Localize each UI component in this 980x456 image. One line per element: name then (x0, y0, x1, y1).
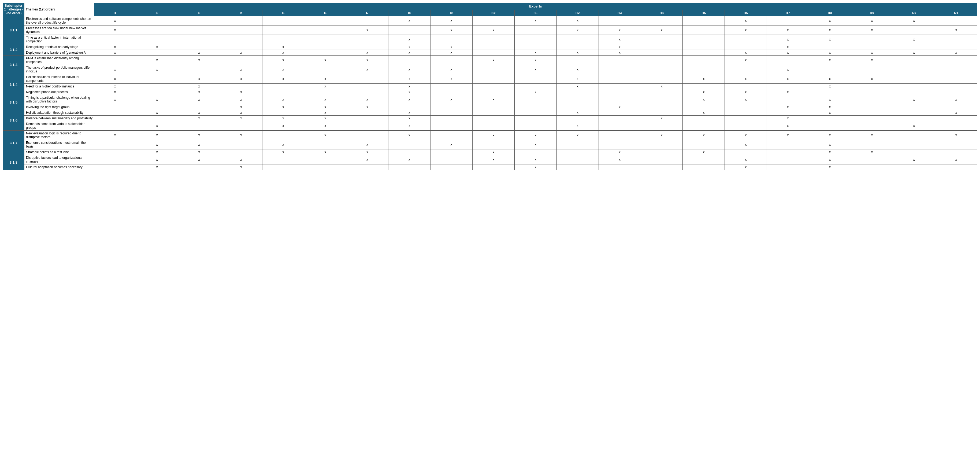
expert-cell: x (346, 155, 388, 164)
expert-cell (598, 140, 641, 150)
expert-cell: x (473, 56, 515, 65)
expert-cell (473, 35, 515, 44)
expert-cell (388, 104, 431, 110)
expert-cell: x (94, 84, 136, 89)
x-mark: x (409, 51, 410, 54)
theme-cell: The tasks of product portfolio managers … (24, 65, 94, 74)
expert-cell: x (557, 16, 598, 26)
expert-cell (641, 35, 683, 44)
x-mark: x (240, 133, 242, 137)
table-row: 3.1.4Holistic solutions instead of indiv… (3, 74, 977, 84)
x-mark: x (198, 58, 200, 62)
subchapter-cell-3-1-8: 3.1.8 (3, 155, 24, 170)
expert-cell (767, 155, 809, 164)
expert-cell (935, 116, 977, 121)
expert-cell (683, 16, 725, 26)
expert-cell (178, 26, 220, 35)
expert-cell: x (767, 65, 809, 74)
x-mark: x (156, 150, 158, 154)
x-mark: x (493, 98, 494, 101)
theme-cell: Recognizing trends at an early stage (24, 44, 94, 50)
expert-cell (473, 89, 515, 95)
expert-cell: x (598, 26, 641, 35)
expert-cell: x (431, 140, 473, 150)
expert-cell (514, 116, 557, 121)
expert-cell (262, 131, 304, 140)
expert-cell: x (388, 35, 431, 44)
expert-cell: x (220, 50, 262, 56)
x-mark: x (829, 28, 831, 32)
x-mark: x (156, 158, 158, 161)
x-mark: x (450, 45, 452, 49)
expert-cell (557, 155, 598, 164)
expert-cell (557, 104, 598, 110)
expert-cell: x (893, 121, 935, 131)
expert-cell (641, 110, 683, 116)
expert-cell: x (557, 110, 598, 116)
header-subchapter: Subchapter (challenges - 2nd order) (3, 3, 24, 16)
x-mark: x (409, 19, 410, 22)
expert-cell: x (304, 95, 346, 104)
expert-cell: x (388, 50, 431, 56)
expert-cell (557, 95, 598, 104)
expert-cell (220, 121, 262, 131)
expert-cell (851, 121, 893, 131)
expert-cell (935, 164, 977, 170)
x-mark: x (366, 68, 368, 71)
header-expert-i21: I21 (935, 10, 977, 16)
expert-cell (346, 116, 388, 121)
x-mark: x (829, 111, 831, 115)
x-mark: x (409, 68, 410, 71)
x-mark: x (745, 77, 746, 81)
x-mark: x (535, 58, 536, 62)
expert-cell: x (220, 95, 262, 104)
expert-cell (598, 164, 641, 170)
expert-cell: x (641, 26, 683, 35)
expert-cell (725, 44, 767, 50)
x-mark: x (366, 158, 368, 161)
expert-cell (94, 104, 136, 110)
expert-cell (641, 65, 683, 74)
x-mark: x (745, 133, 746, 137)
expert-cell: x (725, 74, 767, 84)
x-mark: x (450, 143, 452, 147)
expert-cell (809, 89, 851, 95)
x-mark: x (787, 90, 789, 94)
x-mark: x (325, 77, 326, 81)
expert-cell (893, 150, 935, 155)
expert-cell: x (178, 155, 220, 164)
expert-cell (346, 121, 388, 131)
theme-cell: Economic considerations must remain the … (24, 140, 94, 150)
x-mark: x (409, 124, 410, 128)
expert-cell (473, 44, 515, 50)
expert-cell (514, 26, 557, 35)
expert-cell (557, 35, 598, 44)
expert-cell (641, 104, 683, 110)
expert-cell (598, 110, 641, 116)
subchapter-cell-3-1-2: 3.1.2 (3, 44, 24, 56)
table-row: 3.1.7New evaluation logic is required du… (3, 131, 977, 140)
x-mark: x (240, 158, 242, 161)
x-mark: x (493, 28, 494, 32)
expert-cell: x (767, 121, 809, 131)
expert-cell: x (388, 44, 431, 50)
expert-cell (767, 140, 809, 150)
expert-cell (304, 155, 346, 164)
expert-cell (683, 164, 725, 170)
expert-cell: x (220, 155, 262, 164)
expert-cell: x (220, 104, 262, 110)
expert-cell: x (557, 26, 598, 35)
expert-cell (262, 110, 304, 116)
theme-cell: Disruptive factors lead to organizationa… (24, 155, 94, 164)
table-row: Deployment and barriers of (generative) … (3, 50, 977, 56)
expert-cell (220, 56, 262, 65)
x-mark: x (114, 77, 116, 81)
x-mark: x (913, 98, 915, 101)
theme-cell: Cultural adaptation becomes necessary (24, 164, 94, 170)
expert-cell (683, 44, 725, 50)
theme-cell: Involving the right target group (24, 104, 94, 110)
expert-cell (514, 84, 557, 89)
x-mark: x (325, 58, 326, 62)
expert-cell: x (388, 110, 431, 116)
x-mark: x (787, 28, 789, 32)
